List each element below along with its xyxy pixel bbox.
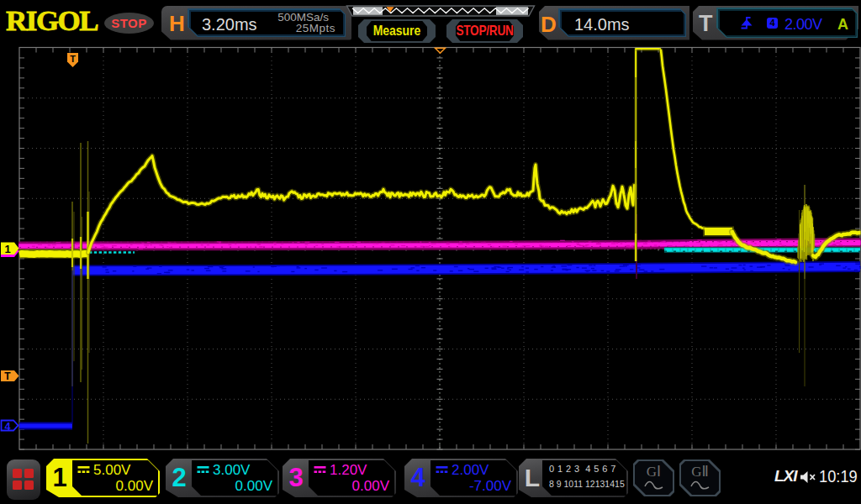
svg-text:1: 1 (4, 243, 10, 255)
svg-text:4: 4 (5, 421, 11, 433)
svg-text:T: T (70, 54, 76, 64)
svg-text:T: T (4, 370, 11, 382)
